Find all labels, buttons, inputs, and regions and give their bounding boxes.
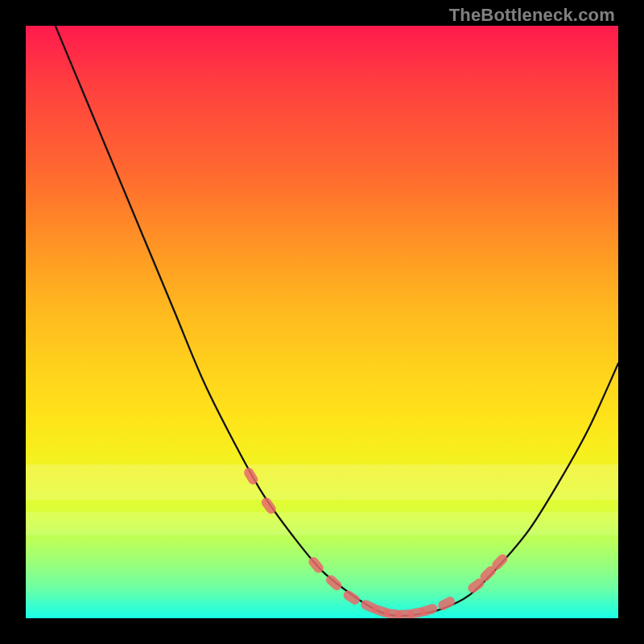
bottleneck-curve-path — [56, 26, 618, 616]
chart-svg — [26, 26, 618, 618]
chart-plot-area — [26, 26, 618, 618]
outer-frame: TheBottleneck.com — [0, 0, 644, 644]
watermark-text: TheBottleneck.com — [449, 5, 615, 26]
curve-marker — [341, 588, 361, 606]
